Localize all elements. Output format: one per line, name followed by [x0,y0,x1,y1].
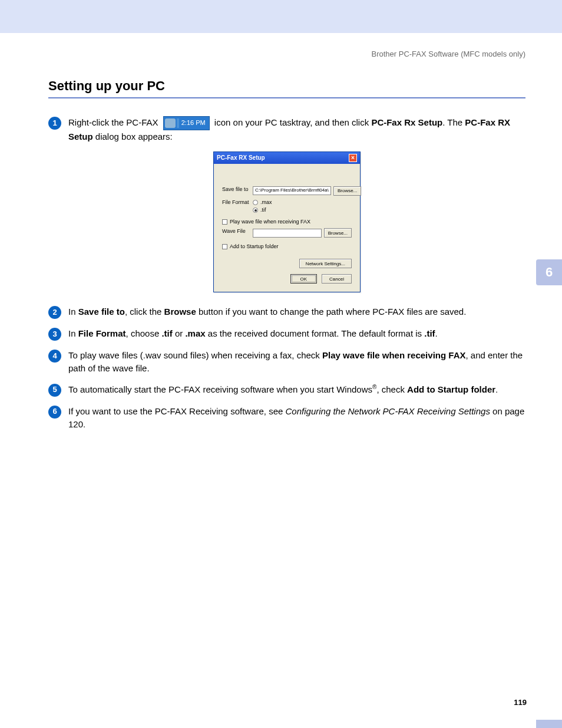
add-startup-label: Add to Startup folder [230,243,279,249]
step-badge-6: 6 [48,406,61,419]
ok-button[interactable]: OK [290,274,318,284]
step-badge-3: 3 [48,328,61,341]
play-wave-label: Play wave file when receiving FAX [230,219,310,225]
dialog-screenshot: PC-Fax RX Setup × Save file to C:\Progra… [48,151,525,293]
radio-tif[interactable] [253,207,258,213]
dialog-title-text: PC-Fax RX Setup [217,154,265,161]
page-number: 119 [514,698,527,707]
footer-accent [536,720,562,728]
step-2-body: In Save file to, click the Browse button… [68,305,525,318]
top-band [0,0,562,33]
section-title: Setting up your PC [48,78,525,94]
save-file-to-label: Save file to [222,186,253,192]
doc-title: Brother PC-FAX Software (MFC models only… [371,50,525,58]
dialog-body: Save file to C:\Program Files\Brother\Br… [214,164,360,292]
step-1: 1 Right-click the PC-FAX 2:16 PM icon on… [48,116,525,143]
add-startup-checkbox[interactable] [222,244,227,249]
file-format-label: File Format [222,199,253,205]
step-5-body: To automatically start the PC-FAX receiv… [68,383,525,396]
step-3-body: In File Format, choose .tif or .max as t… [68,327,525,340]
cancel-button[interactable]: Cancel [322,274,352,284]
step-6-body: If you want to use the PC-FAX Receiving … [68,405,525,431]
step-badge-4: 4 [48,350,61,363]
printer-icon [165,118,176,128]
step-badge-2: 2 [48,306,61,319]
play-wave-checkbox[interactable] [222,219,227,225]
step-4: 4 To play wave files (.wav sound files) … [48,349,525,375]
step-1-body: Right-click the PC-FAX 2:16 PM icon on y… [68,116,525,143]
dialog-titlebar: PC-Fax RX Setup × [214,152,360,164]
chapter-tab: 6 [536,259,562,285]
step-6: 6 If you want to use the PC-FAX Receivin… [48,405,525,431]
tasktray-time: 2:16 PM [181,118,206,128]
save-file-to-input[interactable]: C:\Program Files\Brother\Brmfl04a\ [253,186,331,195]
pcfax-tasktray-icon: 2:16 PM [163,116,210,130]
title-rule [48,97,525,98]
step-badge-5: 5 [48,384,61,397]
step-badge-1: 1 [48,117,61,130]
step-5: 5 To automatically start the PC-FAX rece… [48,383,525,397]
radio-max[interactable] [253,200,258,205]
wave-file-label: Wave File [222,228,253,234]
divider-icon [177,118,179,128]
browse-wave-button[interactable]: Browse... [324,228,352,238]
wave-file-input[interactable] [253,229,322,238]
network-settings-button[interactable]: Network Settings... [299,259,352,268]
page-content: Setting up your PC 1 Right-click the PC-… [0,58,562,430]
step-3: 3 In File Format, choose .tif or .max as… [48,327,525,341]
close-icon[interactable]: × [349,154,357,162]
pcfax-rx-setup-dialog: PC-Fax RX Setup × Save file to C:\Progra… [213,151,361,293]
running-header: Brother PC-FAX Software (MFC models only… [0,33,562,58]
browse-save-button[interactable]: Browse... [333,186,361,196]
step-4-body: To play wave files (.wav sound files) wh… [68,349,525,375]
step-2: 2 In Save file to, click the Browse butt… [48,305,525,319]
